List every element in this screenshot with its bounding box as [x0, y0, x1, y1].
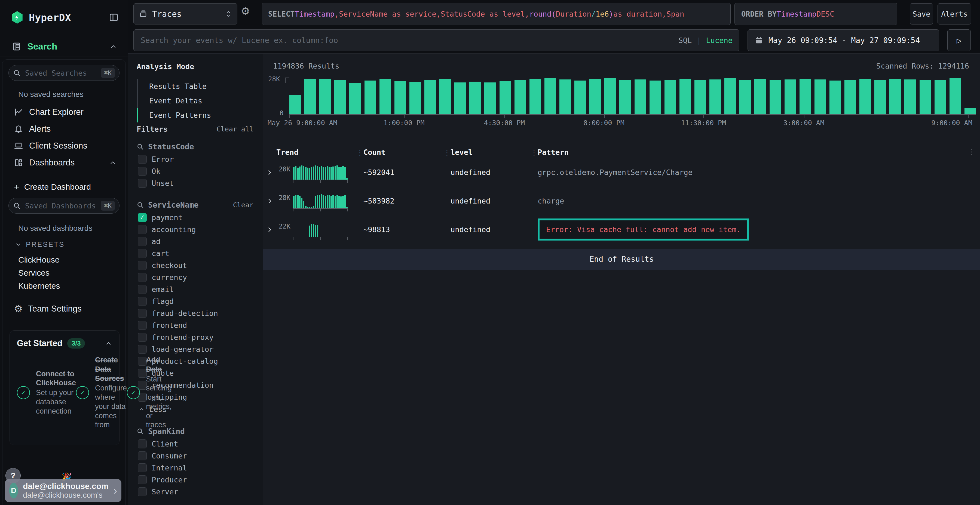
chevron-up-icon[interactable]	[109, 159, 116, 166]
column-grip-icon[interactable]: ⋮	[968, 148, 975, 156]
saved-dashboards-input[interactable]	[24, 201, 97, 210]
sidebar-item-search[interactable]: Search	[12, 40, 117, 53]
filter-option-checkout[interactable]: checkout	[137, 259, 253, 271]
checkbox[interactable]	[138, 179, 147, 188]
get-started-task[interactable]: ✓Connect to ClickHouseSet up your databa…	[17, 356, 76, 430]
checkbox[interactable]	[138, 225, 147, 234]
analysis-mode-results-table[interactable]: Results Table	[149, 79, 211, 94]
column-header-count[interactable]: Count⋮	[363, 148, 450, 156]
checkbox[interactable]	[138, 333, 147, 342]
checkbox[interactable]	[138, 309, 147, 318]
checkbox[interactable]	[138, 167, 147, 176]
source-settings-gear-icon[interactable]: ⚙	[241, 6, 250, 16]
order-by-input[interactable]: ORDER BY Timestamp DESC	[735, 3, 897, 25]
chevron-up-icon[interactable]	[105, 340, 112, 347]
checkbox[interactable]	[138, 249, 147, 258]
get-started-header[interactable]: Get Started 3/3	[17, 338, 112, 349]
filter-option-email[interactable]: email	[137, 283, 253, 295]
get-started-task[interactable]: ✓Create Data SourcesConfigure where your…	[76, 356, 127, 430]
source-select[interactable]: Traces	[134, 3, 237, 24]
filter-option-frontend-proxy[interactable]: frontend-proxy	[137, 331, 253, 343]
checkbox[interactable]	[138, 297, 147, 306]
sparkline-bar	[307, 168, 309, 179]
filter-option-payment[interactable]: ✓payment	[137, 211, 253, 223]
sidebar-item-client-sessions[interactable]: Client Sessions	[9, 137, 119, 154]
column-grip-icon[interactable]: ⋮	[531, 149, 538, 157]
filter-option-ad[interactable]: ad	[137, 235, 253, 247]
sidebar-collapse-icon[interactable]	[109, 13, 119, 22]
get-started-task[interactable]: ✓Add DataStart sending logs, metrics, or…	[127, 356, 172, 430]
checkbox[interactable]	[138, 321, 147, 330]
filter-option-fraud-detection[interactable]: fraud-detection	[137, 307, 253, 319]
results-histogram[interactable]: 28K 0 May 26 9:00:00 AM1:00:00 PM4:30:00…	[290, 78, 976, 115]
chevron-up-icon[interactable]	[110, 43, 117, 50]
preset-clickhouse[interactable]: ClickHouse	[18, 253, 120, 266]
date-range-picker[interactable]: May 26 09:09:54 - May 27 09:09:54	[748, 29, 939, 51]
checkbox[interactable]	[138, 285, 147, 294]
checkbox[interactable]	[138, 464, 147, 472]
sql-token: round	[529, 10, 551, 18]
create-dashboard-button[interactable]: + Create Dashboard	[14, 179, 91, 195]
run-query-button[interactable]: ▷	[947, 29, 971, 51]
alerts-button[interactable]: Alerts	[937, 3, 971, 24]
checkbox[interactable]	[138, 487, 147, 496]
preset-kubernetes[interactable]: Kubernetes	[18, 279, 120, 292]
language-sql[interactable]: SQL	[678, 36, 692, 44]
sidebar-item-chart-explorer[interactable]: Chart Explorer	[9, 104, 119, 121]
checkbox[interactable]	[138, 345, 147, 354]
expand-row-chevron-icon[interactable]	[266, 169, 276, 176]
filter-option-error[interactable]: Error	[137, 153, 253, 165]
column-grip-icon[interactable]: ⋮	[444, 149, 450, 157]
language-lucene[interactable]: Lucene	[706, 36, 733, 44]
presets-toggle[interactable]: PRESETS	[15, 240, 65, 249]
filter-option-cart[interactable]: cart	[137, 247, 253, 259]
saved-dashboards-search[interactable]: ⌘K	[8, 198, 119, 214]
column-header-trend[interactable]: Trend	[276, 148, 363, 156]
saved-searches-input[interactable]	[24, 68, 97, 78]
filter-option-client[interactable]: Client	[137, 438, 253, 450]
user-menu[interactable]: D dale@clickhouse.com dale@clickhouse.co…	[5, 479, 121, 502]
clear-all-link[interactable]: Clear all	[217, 125, 253, 133]
filter-option-internal[interactable]: Internal	[137, 462, 253, 474]
expand-row-chevron-icon[interactable]	[266, 226, 276, 233]
checkbox[interactable]	[138, 273, 147, 282]
event-search-box[interactable]: SQL | Lucene	[134, 29, 739, 51]
table-row[interactable]: 28K~592041undefinedgrpc.oteldemo.Payment…	[266, 158, 978, 187]
filter-option-ok[interactable]: Ok	[137, 165, 253, 177]
filter-option-flagd[interactable]: flagd	[137, 295, 253, 307]
language-toggle[interactable]: SQL | Lucene	[678, 36, 733, 44]
save-button[interactable]: Save	[910, 3, 933, 24]
filter-option-load-generator[interactable]: load-generator	[137, 343, 253, 355]
checkbox[interactable]: ✓	[138, 213, 147, 222]
analysis-mode-event-patterns[interactable]: Event Patterns	[149, 108, 211, 122]
filter-option-producer[interactable]: Producer	[137, 474, 253, 486]
checkbox[interactable]	[138, 155, 147, 164]
event-search-input[interactable]	[140, 36, 678, 45]
analysis-mode-event-deltas[interactable]: Event Deltas	[149, 94, 211, 108]
table-row[interactable]: 22K~98813undefinedError: Visa cache full…	[266, 215, 978, 244]
table-row[interactable]: 28K~503982undefinedcharge	[266, 187, 978, 215]
filter-option-currency[interactable]: currency	[137, 271, 253, 283]
checkbox[interactable]	[138, 451, 147, 461]
checkbox[interactable]	[138, 237, 147, 246]
column-grip-icon[interactable]: ⋮	[356, 149, 363, 157]
preset-services[interactable]: Services	[18, 266, 120, 279]
column-header-pattern[interactable]: Pattern⋮	[538, 148, 978, 156]
expand-row-chevron-icon[interactable]	[266, 197, 276, 205]
checkbox[interactable]	[138, 261, 147, 270]
sql-select-input[interactable]: SELECT Timestamp, ServiceName as service…	[262, 3, 731, 25]
filter-option-consumer[interactable]: Consumer	[137, 450, 253, 462]
clear-group-link[interactable]: Clear	[233, 201, 253, 209]
sidebar-item-dashboards[interactable]: Dashboards	[9, 154, 119, 171]
filter-option-server[interactable]: Server	[137, 486, 253, 498]
filter-option-unset[interactable]: Unset	[137, 177, 253, 189]
column-header-level[interactable]: level⋮	[450, 148, 538, 156]
sidebar-item-team-settings[interactable]: ⚙ Team Settings	[14, 304, 82, 314]
error-pattern-highlight[interactable]: Error: Visa cache full: cannot add new i…	[538, 219, 749, 241]
filter-option-frontend[interactable]: frontend	[137, 319, 253, 331]
sidebar-item-alerts[interactable]: Alerts	[9, 121, 119, 137]
checkbox[interactable]	[138, 440, 147, 448]
filter-option-accounting[interactable]: accounting	[137, 223, 253, 235]
saved-searches-search[interactable]: ⌘K	[8, 65, 119, 81]
checkbox[interactable]	[138, 475, 147, 484]
